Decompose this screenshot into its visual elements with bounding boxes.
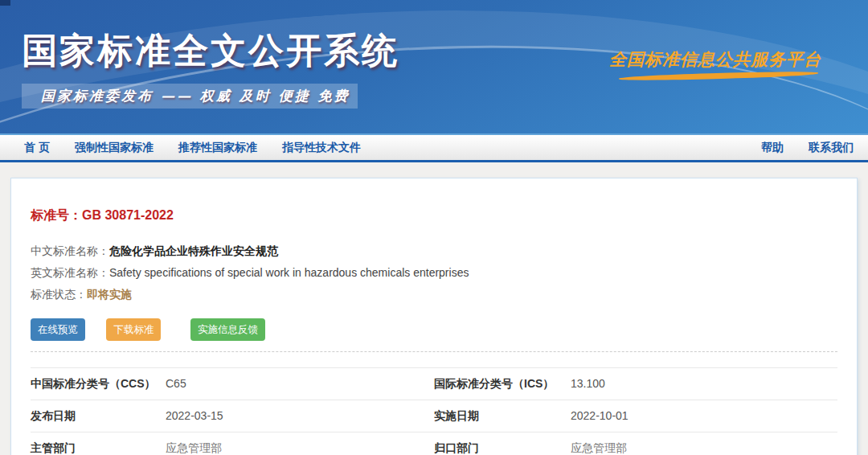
nav-left-group: 首 页 强制性国家标准 推荐性国家标准 指导性技术文件 [24,141,386,155]
field-status: 标准状态：即将实施 [31,287,837,301]
implementation-feedback-button[interactable]: 实施信息反馈 [190,318,265,341]
ccs-label: 中国标准分类号（CCS） [31,377,166,391]
download-standard-button[interactable]: 下载标准 [106,318,161,341]
action-buttons-row: 在线预览 下载标准 实施信息反馈 [31,318,837,342]
field-chinese-name-value: 危险化学品企业特殊作业安全规范 [109,244,278,257]
status-badge: 即将实施 [87,288,132,301]
publish-date-value: 2022-03-15 [166,409,434,423]
standard-info-table: 中国标准分类号（CCS） C65 国际标准分类号（ICS） 13.100 发布日… [31,367,837,455]
field-english-name-label: 英文标准名称： [31,266,109,279]
implement-date-value: 2022-10-01 [571,409,837,423]
online-preview-button[interactable]: 在线预览 [31,318,85,341]
nav-item-home[interactable]: 首 页 [24,141,50,155]
ics-value: 13.100 [571,377,837,391]
corner-mark [0,0,10,6]
centralized-dept-value: 应急管理部 [571,441,837,455]
standard-number-value: GB 30871-2022 [82,208,174,222]
nav-item-contact[interactable]: 联系我们 [809,141,854,155]
nav-right-group: 帮助 联系我们 [761,141,854,155]
table-row: 主管部门 应急管理部 归口部门 应急管理部 [31,432,837,455]
standard-detail-card: 标准号：GB 30871-2022 中文标准名称：危险化学品企业特殊作业安全规范… [10,178,858,455]
table-row: 发布日期 2022-03-15 实施日期 2022-10-01 [31,400,837,432]
nav-item-mandatory-standards[interactable]: 强制性国家标准 [75,141,154,155]
standard-number-label: 标准号： [31,208,82,222]
nav-item-recommended-standards[interactable]: 推荐性国家标准 [178,141,257,155]
nav-item-help[interactable]: 帮助 [761,141,784,155]
nav-item-guiding-documents[interactable]: 指导性技术文件 [282,141,361,155]
field-chinese-name: 中文标准名称：危险化学品企业特殊作业安全规范 [31,244,837,258]
site-title: 国家标准全文公开系统 [22,27,399,75]
table-row: 中国标准分类号（CCS） C65 国际标准分类号（ICS） 13.100 [31,367,837,400]
dotted-divider [31,351,837,352]
competent-dept-label: 主管部门 [31,441,166,455]
page-body: 标准号：GB 30871-2022 中文标准名称：危险化学品企业特殊作业安全规范… [0,162,868,455]
standard-number-line: 标准号：GB 30871-2022 [31,207,837,224]
ics-label: 国际标准分类号（ICS） [434,377,571,391]
publish-date-label: 发布日期 [31,409,166,423]
brand-platform-name[interactable]: 全国标准信息公共服务平台 [609,48,821,71]
field-english-name: 英文标准名称：Safety specifications of special … [31,265,837,280]
field-chinese-name-label: 中文标准名称： [31,244,109,257]
centralized-dept-label: 归口部门 [434,441,571,455]
field-english-name-value: Safety specifications of special work in… [109,266,469,279]
ccs-value: C65 [166,377,434,391]
field-status-label: 标准状态： [31,288,87,301]
site-slogan: 国家标准委发布 —— 权威 及时 便捷 免费 [22,84,358,109]
competent-dept-value: 应急管理部 [166,441,434,455]
implement-date-label: 实施日期 [434,409,571,423]
main-navbar: 首 页 强制性国家标准 推荐性国家标准 指导性技术文件 帮助 联系我们 [0,135,868,162]
site-header: 国家标准全文公开系统 国家标准委发布 —— 权威 及时 便捷 免费 全国标准信息… [0,0,868,135]
